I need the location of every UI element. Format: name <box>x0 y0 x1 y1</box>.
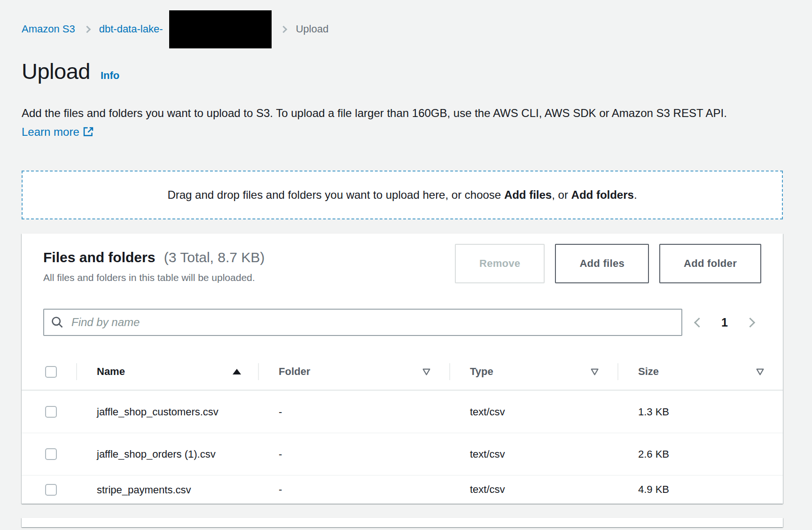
panel-heading: Files and folders (3 Total, 8.7 KB) All … <box>43 249 265 283</box>
cell-name: jaffle_shop_orders (1).csv <box>76 445 258 463</box>
filter-icon[interactable] <box>422 368 430 375</box>
column-header-name[interactable]: Name <box>76 354 258 390</box>
add-files-button[interactable]: Add files <box>555 244 649 283</box>
info-link[interactable]: Info <box>101 70 119 82</box>
panel-count-summary: (3 Total, 8.7 KB) <box>164 249 265 265</box>
files-table: Name Folder Type Size <box>22 354 783 504</box>
learn-more-label: Learn more <box>22 125 79 138</box>
row-checkbox[interactable] <box>45 406 57 418</box>
page-title: Upload <box>22 58 90 84</box>
breadcrumb-amazon-s3[interactable]: Amazon S3 <box>22 23 75 35</box>
column-label-name: Name <box>97 366 125 378</box>
learn-more-link[interactable]: Learn more <box>22 125 94 138</box>
cell-folder: - <box>258 448 449 460</box>
row-checkbox[interactable] <box>45 484 57 496</box>
chevron-right-icon <box>83 25 91 33</box>
table-row: jaffle_shop_customers.csv - text/csv 1.3… <box>22 390 783 433</box>
files-and-folders-panel: Files and folders (3 Total, 8.7 KB) All … <box>22 234 783 504</box>
cell-folder: - <box>258 406 449 418</box>
column-header-folder[interactable]: Folder <box>258 354 449 390</box>
search-box <box>43 309 682 336</box>
sort-ascending-icon <box>233 369 241 374</box>
breadcrumb-upload: Upload <box>296 23 328 35</box>
select-all-cell <box>22 354 76 390</box>
add-folder-button[interactable]: Add folder <box>659 244 761 283</box>
previous-page-button[interactable] <box>694 317 704 327</box>
column-label-type: Type <box>470 366 493 378</box>
panel-subtitle: All files and folders in this table will… <box>43 272 265 283</box>
table-header-row: Name Folder Type Size <box>22 354 783 390</box>
pagination: 1 <box>695 316 761 329</box>
cell-type: text/csv <box>449 406 617 418</box>
cell-size: 1.3 KB <box>617 406 783 418</box>
column-header-type[interactable]: Type <box>449 354 617 390</box>
search-icon <box>51 316 64 329</box>
page-description: Add the files and folders you want to up… <box>22 104 779 141</box>
column-header-size[interactable]: Size <box>617 354 783 390</box>
cell-size: 2.6 KB <box>617 448 783 460</box>
cell-name: jaffle_shop_customers.csv <box>76 403 258 421</box>
panel-actions: Remove Add files Add folder <box>455 244 761 283</box>
row-checkbox[interactable] <box>45 448 57 460</box>
breadcrumb: Amazon S3 dbt-data-lake- Upload <box>22 10 783 48</box>
filter-icon[interactable] <box>591 368 599 375</box>
breadcrumb-bucket[interactable]: dbt-data-lake- <box>99 23 163 35</box>
cell-name: stripe_payments.csv <box>76 481 258 499</box>
next-panel-edge <box>22 518 783 527</box>
drag-drop-zone[interactable]: Drag and drop files and folders you want… <box>22 171 783 219</box>
redacted-bucket-name <box>169 10 272 48</box>
column-label-size: Size <box>638 366 659 378</box>
remove-button[interactable]: Remove <box>455 244 545 283</box>
search-input[interactable] <box>43 309 682 336</box>
current-page-number[interactable]: 1 <box>721 316 728 329</box>
panel-title: Files and folders <box>43 249 155 265</box>
cell-folder: - <box>258 483 449 496</box>
select-all-checkbox[interactable] <box>45 366 57 378</box>
table-row: jaffle_shop_orders (1).csv - text/csv 2.… <box>22 433 783 475</box>
cell-type: text/csv <box>449 448 617 460</box>
column-label-folder: Folder <box>279 366 310 378</box>
table-row: stripe_payments.csv - text/csv 4.9 KB <box>22 475 783 504</box>
dropzone-text: Drag and drop files and folders you want… <box>167 188 637 202</box>
description-text: Add the files and folders you want to up… <box>22 107 727 119</box>
filter-icon[interactable] <box>756 368 764 375</box>
s3-upload-page: Amazon S3 dbt-data-lake- Upload Upload I… <box>0 0 812 530</box>
next-page-button[interactable] <box>745 317 755 327</box>
cell-size: 4.9 KB <box>617 483 783 496</box>
cell-type: text/csv <box>449 483 617 496</box>
external-link-icon <box>83 127 94 137</box>
chevron-right-icon <box>280 25 288 33</box>
